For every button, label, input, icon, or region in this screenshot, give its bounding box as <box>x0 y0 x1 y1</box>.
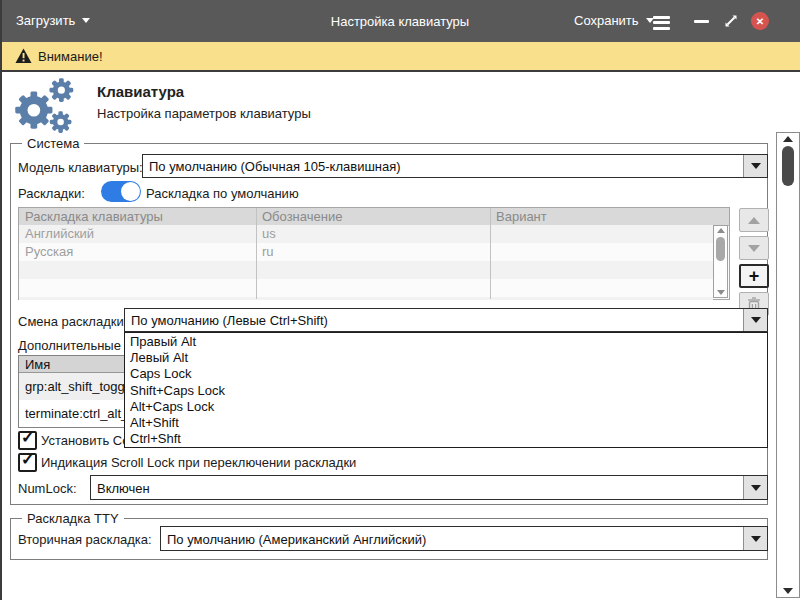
triangle-down-icon <box>751 163 761 169</box>
cell-layout: Русская <box>25 244 73 259</box>
secondary-layout-label: Вторичная раскладка: <box>18 532 152 547</box>
dropdown-option[interactable]: Alt+Shift <box>125 414 767 430</box>
page-subtitle: Настройка параметров клавиатуры <box>97 106 311 121</box>
save-menu-button[interactable]: Сохранить <box>574 13 654 28</box>
keyboard-model-label: Модель клавиатуры: <box>18 160 143 175</box>
maximize-icon[interactable] <box>723 13 739 33</box>
compose-checkbox-label: Установить Со <box>41 433 129 448</box>
warning-banner: Внимание! <box>0 42 800 72</box>
dropdown-option[interactable]: Alt+Caps Lock <box>125 398 767 414</box>
layouts-table: Раскладка клавиатуры Обозначение Вариант… <box>18 207 730 300</box>
cell-code: ru <box>262 244 274 259</box>
column-header-code: Обозначение <box>262 209 342 224</box>
scroll-up-icon[interactable] <box>717 228 725 233</box>
triangle-up-icon <box>748 217 760 224</box>
numlock-value: Включен <box>97 480 150 495</box>
page-title: Клавиатура <box>97 83 184 100</box>
add-layout-button[interactable]: + <box>739 264 769 288</box>
table-scrollbar-thumb[interactable] <box>716 237 725 261</box>
triangle-down-icon <box>751 485 761 491</box>
check-icon: ✓ <box>21 428 34 447</box>
minimize-icon[interactable] <box>694 20 709 23</box>
numlock-select[interactable]: Включен <box>90 475 768 500</box>
titlebar: Загрузить Настройка клавиатуры Сохранить… <box>0 0 800 42</box>
keyboard-gears-icon <box>8 76 82 138</box>
column-header-layout: Раскладка клавиатуры <box>25 209 163 224</box>
switch-layout-select[interactable]: По умолчанию (Левые Ctrl+Shift) <box>124 308 768 332</box>
table-row: Английский us <box>19 225 713 243</box>
dropdown-option[interactable]: Левый Alt <box>125 349 767 365</box>
keyboard-settings-window: Загрузить Настройка клавиатуры Сохранить… <box>0 0 800 600</box>
secondary-layout-select[interactable]: По умолчанию (Американский Английский) <box>160 526 768 551</box>
cell-code: us <box>262 226 276 241</box>
switch-layout-value: По умолчанию (Левые Ctrl+Shift) <box>131 313 328 328</box>
layouts-label: Раскладки: <box>18 186 85 201</box>
scroll-down-icon[interactable] <box>783 588 793 594</box>
column-divider <box>256 208 257 299</box>
tty-group-legend: Раскладка TTY <box>22 511 124 526</box>
main-scrollbar[interactable] <box>776 132 800 598</box>
keyboard-model-value: По умолчанию (Обычная 105-клавишная) <box>149 159 401 174</box>
table-scrollbar[interactable] <box>713 225 728 298</box>
keyboard-model-select[interactable]: По умолчанию (Обычная 105-клавишная) <box>142 154 768 178</box>
dropdown-option[interactable]: Ctrl+Shft <box>125 431 767 447</box>
combo-arrow-button[interactable] <box>743 155 767 177</box>
triangle-down-icon <box>751 317 761 323</box>
system-group-legend: Система <box>22 136 84 151</box>
triangle-down-icon <box>751 536 761 542</box>
warning-icon <box>15 48 32 68</box>
dropdown-option[interactable]: Caps Lock <box>125 366 767 382</box>
close-icon[interactable]: ✕ <box>751 12 769 30</box>
scrolllock-checkbox-label: Индикация Scroll Lock при переключении р… <box>41 455 356 470</box>
column-divider <box>490 208 491 299</box>
compose-checkbox[interactable]: ✓ <box>18 431 37 450</box>
column-header-variant: Вариант <box>496 209 547 224</box>
table-row-empty <box>19 297 713 300</box>
table-row-empty <box>19 261 713 279</box>
dropdown-option[interactable]: Shift+Caps Lock <box>125 382 767 398</box>
move-up-button <box>739 208 769 232</box>
toggle-knob <box>121 182 140 201</box>
table-row-empty <box>19 279 713 297</box>
check-icon: ✓ <box>21 450 34 469</box>
additional-options-label: Дополнительные о <box>18 338 132 353</box>
numlock-label: NumLock: <box>18 481 77 496</box>
default-layout-toggle[interactable] <box>101 181 141 202</box>
switch-layout-label: Смена раскладки: <box>18 314 127 329</box>
scrolllock-checkbox[interactable]: ✓ <box>18 453 37 472</box>
combo-arrow-button[interactable] <box>743 309 767 331</box>
combo-arrow-button[interactable] <box>743 476 767 499</box>
switch-layout-dropdown: Правый Alt Левый Alt Caps Lock Shift+Cap… <box>124 332 768 448</box>
scroll-down-icon[interactable] <box>717 290 725 295</box>
cell-layout: Английский <box>25 226 94 241</box>
warning-text: Внимание! <box>38 49 103 64</box>
scroll-up-icon[interactable] <box>783 136 793 142</box>
secondary-layout-value: По умолчанию (Американский Английский) <box>167 531 426 546</box>
dropdown-option[interactable]: Правый Alt <box>125 333 767 349</box>
default-layout-toggle-text: Раскладка по умолчанию <box>146 186 299 201</box>
combo-arrow-button[interactable] <box>743 527 767 550</box>
move-down-button <box>739 236 769 260</box>
save-menu-label: Сохранить <box>574 13 639 28</box>
triangle-down-icon <box>748 245 760 252</box>
menu-icon[interactable] <box>653 13 670 32</box>
layouts-table-header: Раскладка клавиатуры Обозначение Вариант <box>19 208 729 226</box>
table-row: Русская ru <box>19 243 713 261</box>
main-scrollbar-thumb[interactable] <box>782 146 794 186</box>
window-title: Настройка клавиатуры <box>0 14 800 29</box>
